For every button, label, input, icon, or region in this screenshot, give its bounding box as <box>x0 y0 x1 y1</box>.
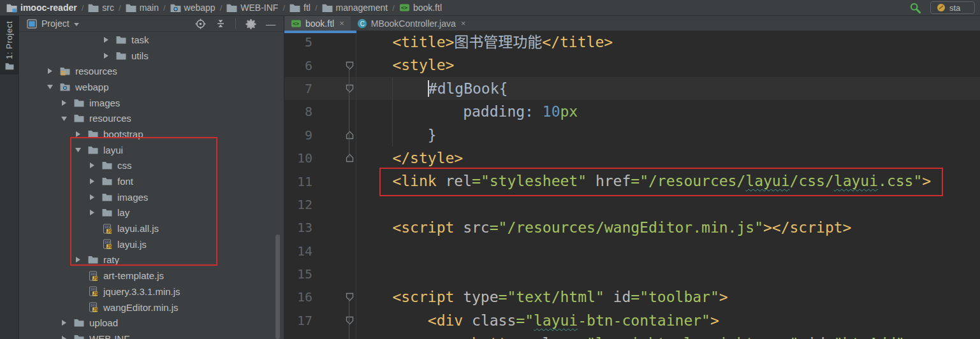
breadcrumb-item-webapp[interactable]: webapp <box>170 3 216 13</box>
code-editor[interactable]: 5 <title>图书管理功能</title>6 <style>7 #dlgBo… <box>284 31 980 339</box>
folder-icon <box>116 35 126 45</box>
code-line-18[interactable]: 18 <button class="layui-btn layui-btn-sm… <box>284 332 980 339</box>
tab-mbookcontroller-java[interactable]: CMBookController.java× <box>351 16 472 31</box>
chevron-collapsed-icon[interactable] <box>87 178 97 185</box>
breadcrumb-label: management <box>336 3 388 13</box>
code-text: <div class="layui-btn-container"> <box>354 309 719 332</box>
tree-item-task[interactable]: task <box>19 32 284 48</box>
tool-window-stripe: 1: Project <box>0 16 19 339</box>
tree-item-resources[interactable]: resources <box>19 63 284 79</box>
fold-range-line <box>349 66 349 158</box>
chevron-collapsed-icon[interactable] <box>59 99 69 106</box>
chevron-collapsed-icon[interactable] <box>45 68 55 75</box>
folder-icon <box>226 3 237 13</box>
tree-item-images[interactable]: images <box>19 95 284 111</box>
class-icon: C <box>357 18 367 29</box>
project-view-icon <box>27 19 37 29</box>
fold-marker-down-icon[interactable] <box>346 61 354 70</box>
chevron-collapsed-icon[interactable] <box>87 194 97 201</box>
fold-marker-down-icon[interactable] <box>346 292 354 301</box>
breadcrumb-item-ftl[interactable]: ftl <box>289 3 311 13</box>
breadcrumb-item-WEB-INF[interactable]: WEB-INF <box>226 3 278 13</box>
search-icon[interactable] <box>909 2 921 14</box>
fold-marker-up-icon[interactable] <box>346 154 354 162</box>
breadcrumb-label: ftl <box>304 3 311 13</box>
tab-label: book.ftl <box>305 18 334 29</box>
tree-item-art-template.js[interactable]: 101JSart-template.js <box>19 268 284 284</box>
tree-item-resources[interactable]: resources <box>19 110 284 126</box>
chevron-collapsed-icon[interactable] <box>101 52 111 59</box>
code-line-11[interactable]: 11 <link rel="stylesheet" href="/resourc… <box>284 170 980 192</box>
chevron-expanded-icon[interactable] <box>59 115 69 122</box>
chevron-collapsed-icon[interactable] <box>73 256 83 263</box>
tab-close-icon[interactable]: × <box>461 18 466 28</box>
tree-item-utils[interactable]: utils <box>19 48 284 64</box>
breadcrumb-item-src[interactable]: src <box>88 3 114 13</box>
tree-item-layui.js[interactable]: 101JSlayui.js <box>19 236 284 252</box>
tree-item-lay[interactable]: lay <box>19 205 284 221</box>
folder-icon <box>116 51 126 61</box>
tree-item-label: images <box>117 192 148 203</box>
tree-item-layui.all.js[interactable]: 101JSlayui.all.js <box>19 220 284 236</box>
breadcrumb-item-main[interactable]: main <box>126 3 159 13</box>
code-line-16[interactable]: 16 <script type="text/html" id="toolbar"… <box>284 285 980 308</box>
breadcrumb-item-book.ftl[interactable]: <>book.ftl <box>399 3 442 13</box>
chevron-collapsed-icon[interactable] <box>59 319 69 326</box>
gutter-border <box>356 31 356 339</box>
fold-marker-down-icon[interactable] <box>346 316 354 325</box>
tree-item-css[interactable]: css <box>19 158 284 174</box>
breadcrumb-item-management[interactable]: management <box>322 3 388 13</box>
code-line-14[interactable]: 14 <box>284 240 980 263</box>
code-line-9[interactable]: 9 } <box>284 124 980 147</box>
tree-item-images[interactable]: images <box>19 189 284 205</box>
active-tab-underline <box>284 31 356 33</box>
tree-item-label: art-template.js <box>103 270 164 281</box>
fold-marker-down-icon[interactable] <box>346 84 354 93</box>
code-line-8[interactable]: 8 padding: 10px <box>284 100 980 123</box>
line-number: 5 <box>284 34 312 50</box>
project-view-selector[interactable]: Project <box>27 18 79 29</box>
code-line-17[interactable]: 17 <div class="layui-btn-container"> <box>284 309 980 332</box>
chevron-expanded-icon[interactable] <box>45 83 55 90</box>
collapse-all-button[interactable] <box>216 18 226 29</box>
svg-text:JS: JS <box>93 276 98 280</box>
chevron-collapsed-icon[interactable] <box>101 36 111 43</box>
tree-item-upload[interactable]: upload <box>19 315 284 331</box>
tree-item-font[interactable]: font <box>19 173 284 189</box>
code-line-12[interactable]: 12 <box>284 193 980 216</box>
code-line-7[interactable]: 7 #dlgBook{ <box>284 77 980 100</box>
chevron-collapsed-icon[interactable] <box>87 209 97 216</box>
chevron-collapsed-icon[interactable] <box>87 162 97 169</box>
chevron-collapsed-icon[interactable] <box>73 131 83 138</box>
tree-item-layui[interactable]: layui <box>19 142 284 158</box>
tab-close-icon[interactable]: × <box>339 18 344 28</box>
settings-button[interactable] <box>245 18 256 29</box>
project-tree[interactable]: taskutilsresourceswebappimagesresourcesb… <box>19 32 284 339</box>
breadcrumb-separator: / <box>119 3 121 13</box>
breadcrumb-item-imooc-reader[interactable]: imooc-reader <box>6 3 77 13</box>
code-line-5[interactable]: 5 <title>图书管理功能</title> <box>284 31 980 54</box>
project-toolwindow-button[interactable]: 1: Project <box>0 16 18 75</box>
chevron-expanded-icon[interactable] <box>73 147 83 153</box>
tree-item-WEB-INF[interactable]: WEB-INF <box>19 331 284 339</box>
tree-scrollbar[interactable] <box>275 234 280 339</box>
tree-item-label: upload <box>89 317 118 328</box>
code-line-10[interactable]: 10 </style> <box>284 147 980 170</box>
tree-item-webapp[interactable]: webapp <box>19 79 284 95</box>
run-configuration-button[interactable]: sta <box>930 1 975 14</box>
locate-button[interactable] <box>195 18 206 29</box>
tab-book-ftl[interactable]: <>book.ftl× <box>284 16 351 31</box>
line-number: 15 <box>284 266 312 282</box>
tree-item-bootstrap[interactable]: bootstrap <box>19 126 284 142</box>
tree-item-wangEditor.min.js[interactable]: 101JSwangEditor.min.js <box>19 299 284 315</box>
tree-item-jquery.3.3.1.min.js[interactable]: 101JSjquery.3.3.1.min.js <box>19 284 284 299</box>
tree-item-raty[interactable]: raty <box>19 252 284 268</box>
topbar-actions: sta <box>909 1 975 14</box>
hide-panel-button[interactable]: — <box>266 19 275 29</box>
fold-marker-up-icon[interactable] <box>346 131 354 140</box>
code-line-13[interactable]: 13 <script src="/resources/wangEditor.mi… <box>284 216 980 239</box>
code-text: <script src="/resources/wangEditor.min.j… <box>354 216 851 239</box>
chevron-collapsed-icon[interactable] <box>59 335 69 339</box>
code-line-15[interactable]: 15 <box>284 263 980 285</box>
code-line-6[interactable]: 6 <style> <box>284 54 980 76</box>
